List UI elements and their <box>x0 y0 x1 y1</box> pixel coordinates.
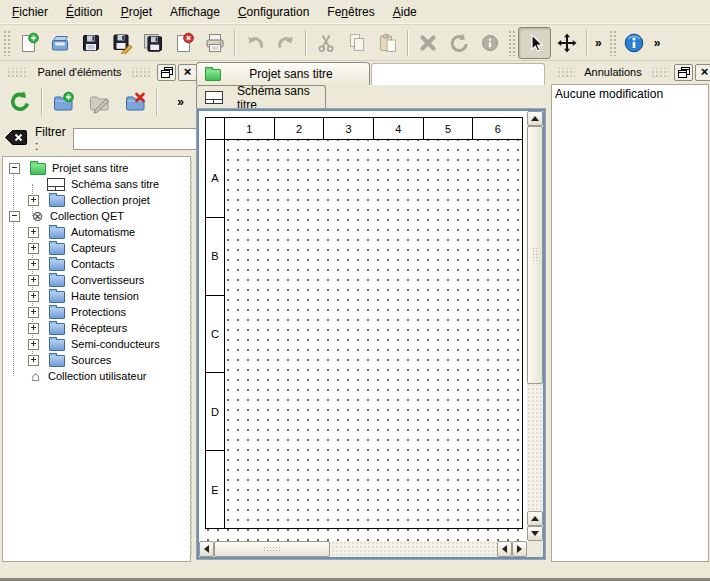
menubar: FichierÉditionProjetAffichageConfigurati… <box>0 0 710 24</box>
schematic-canvas[interactable]: 123456 ABCDE <box>199 111 527 541</box>
tree-item[interactable]: Protections <box>3 304 190 320</box>
clear-filter-button[interactable] <box>4 129 28 149</box>
folder-blue-icon <box>49 195 65 207</box>
open-project-button[interactable] <box>44 28 75 58</box>
tree-item[interactable]: Haute tension <box>3 288 190 304</box>
tree-expander-spacer <box>9 372 18 381</box>
tree-item[interactable]: Capteurs <box>3 240 190 256</box>
float-panel-button[interactable] <box>157 64 176 81</box>
frame-row-label: C <box>206 296 224 374</box>
tree-item[interactable]: Schéma sans titre <box>3 176 190 192</box>
frame-column-label: 6 <box>473 118 522 139</box>
tab-project[interactable]: Projet sans titre <box>196 62 370 85</box>
dock-splitter[interactable] <box>189 160 194 556</box>
new-category-button[interactable] <box>45 86 81 118</box>
undo-list-item[interactable]: Aucune modification <box>552 85 708 103</box>
edit-category-button[interactable] <box>81 86 117 118</box>
frame-column-headers: 123456 <box>206 118 522 140</box>
move-tool-button[interactable] <box>551 28 582 58</box>
delete-category-button[interactable] <box>117 86 153 118</box>
close-panel-button[interactable] <box>695 64 710 81</box>
scroll-up-button[interactable] <box>527 511 543 526</box>
scroll-right-button[interactable] <box>512 541 527 557</box>
rotate-button[interactable] <box>443 28 474 58</box>
tree-expander[interactable] <box>9 163 20 174</box>
tree-item[interactable]: Récepteurs <box>3 320 190 336</box>
scrollbar-corner <box>527 541 543 557</box>
print-button[interactable] <box>199 28 230 58</box>
menu-aide[interactable]: Aide <box>384 2 426 22</box>
tree-item-label: Convertisseurs <box>71 274 144 286</box>
tree-item[interactable]: Projet sans titre <box>3 160 190 176</box>
new-document-button[interactable] <box>13 28 44 58</box>
vertical-scrollbar-thumb[interactable] <box>527 126 543 384</box>
tree-expander[interactable] <box>28 259 39 270</box>
frame-row-label: D <box>206 373 224 451</box>
float-panel-button[interactable] <box>674 64 693 81</box>
tree-expander[interactable] <box>28 307 39 318</box>
schematic-view[interactable]: 123456 ABCDE <box>197 109 545 559</box>
copy-button[interactable] <box>341 28 372 58</box>
toolbar-drag-handle[interactable] <box>508 30 515 56</box>
cut-button[interactable] <box>310 28 341 58</box>
tab-schema[interactable]: Schéma sans titre <box>196 85 326 109</box>
tree-expander[interactable] <box>28 339 39 350</box>
folder-blue-icon <box>49 323 65 335</box>
home-icon <box>28 369 43 383</box>
tree-expander[interactable] <box>28 275 39 286</box>
menu-fenetres[interactable]: Fenêtres <box>318 2 383 22</box>
tree-expander[interactable] <box>28 195 39 206</box>
tree-item[interactable]: Collection utilisateur <box>3 368 190 384</box>
info-button[interactable] <box>474 28 505 58</box>
scroll-up-button[interactable] <box>527 111 543 126</box>
toolbar-separator <box>586 30 587 56</box>
delete-button[interactable] <box>412 28 443 58</box>
frame-column-label: 3 <box>324 118 374 139</box>
open-project-icon <box>49 32 71 54</box>
scroll-down-button[interactable] <box>527 526 543 541</box>
tree-expander[interactable] <box>9 211 20 222</box>
tree-item[interactable]: Collection QET <box>3 208 190 224</box>
scroll-left-button[interactable] <box>199 541 214 557</box>
toolbar-drag-handle[interactable] <box>3 30 10 56</box>
tree-item[interactable]: Collection projet <box>3 192 190 208</box>
tree-item-label: Projet sans titre <box>52 162 128 174</box>
tree-item[interactable]: Contacts <box>3 256 190 272</box>
save-button[interactable] <box>75 28 106 58</box>
toolbar-overflow-button[interactable]: » <box>650 36 665 50</box>
close-document-button[interactable] <box>168 28 199 58</box>
tree-expander[interactable] <box>28 243 39 254</box>
tree-item[interactable]: Convertisseurs <box>3 272 190 288</box>
vertical-scrollbar[interactable] <box>527 111 543 541</box>
menu-affichage[interactable]: Affichage <box>161 2 229 22</box>
select-tool-button[interactable] <box>518 27 551 59</box>
tree-expander[interactable] <box>28 323 39 334</box>
menu-fichier[interactable]: Fichier <box>3 2 57 22</box>
menu-configuration[interactable]: Configuration <box>229 2 318 22</box>
tree-item-label: Collection projet <box>71 194 150 206</box>
tree-expander[interactable] <box>28 227 39 238</box>
tree-expander[interactable] <box>28 291 39 302</box>
menu-edition[interactable]: Édition <box>57 2 112 22</box>
horizontal-scrollbar[interactable] <box>199 541 527 557</box>
save-all-button[interactable] <box>137 28 168 58</box>
toolbar-overflow-button[interactable]: » <box>591 36 606 50</box>
scroll-left-button[interactable] <box>497 541 512 557</box>
close-panel-button[interactable] <box>178 64 197 81</box>
tree-item[interactable]: Sources <box>3 352 190 368</box>
tree-expander[interactable] <box>28 355 39 366</box>
menu-projet[interactable]: Projet <box>112 2 161 22</box>
filter-input[interactable] <box>73 128 201 150</box>
reload-collections-button[interactable] <box>2 86 38 118</box>
toolbar-drag-handle[interactable] <box>609 30 616 56</box>
paste-button[interactable] <box>372 28 403 58</box>
about-button[interactable] <box>619 28 650 58</box>
save-as-button[interactable] <box>106 28 137 58</box>
delete-icon <box>417 32 439 54</box>
horizontal-scrollbar-thumb[interactable] <box>214 541 330 557</box>
tree-item[interactable]: Automatisme <box>3 224 190 240</box>
redo-button[interactable] <box>270 28 301 58</box>
tree-item[interactable]: Semi-conducteurs <box>3 336 190 352</box>
toolbar-overflow-button[interactable]: » <box>177 95 184 109</box>
undo-button[interactable] <box>239 28 270 58</box>
